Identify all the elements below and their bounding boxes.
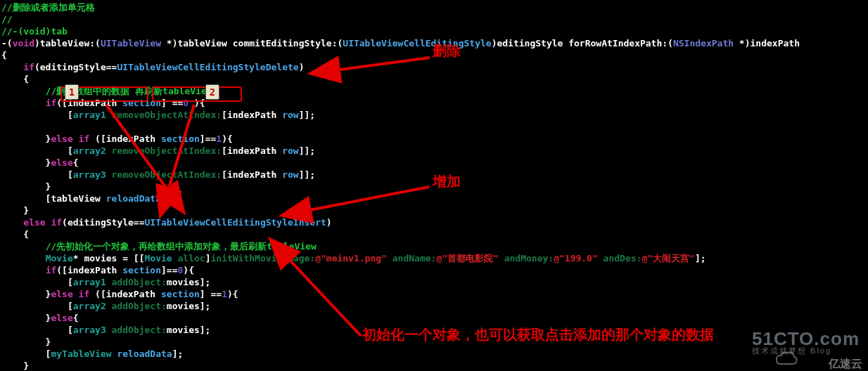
arrow-icon xyxy=(299,194,433,219)
comment: //删除或者添加单元格 xyxy=(1,2,95,13)
svg-line-4 xyxy=(287,257,361,336)
comment: //-(void)tab xyxy=(1,26,68,37)
arrow-icon xyxy=(159,101,201,202)
badge-1: 1 xyxy=(65,84,79,100)
comment: // xyxy=(1,14,13,25)
annotation-bottom: 初始化一个对象，也可以获取点击添加的那个对象的数据 xyxy=(362,329,714,341)
svg-line-0 xyxy=(335,58,430,70)
highlight-box-2 xyxy=(152,86,242,102)
annotation-add: 增加 xyxy=(433,176,461,188)
badge-2: 2 xyxy=(205,84,219,100)
svg-line-3 xyxy=(167,105,194,193)
arrow-icon xyxy=(328,52,433,77)
arrow-icon xyxy=(280,252,378,346)
annotation-delete: 删除 xyxy=(433,45,461,57)
